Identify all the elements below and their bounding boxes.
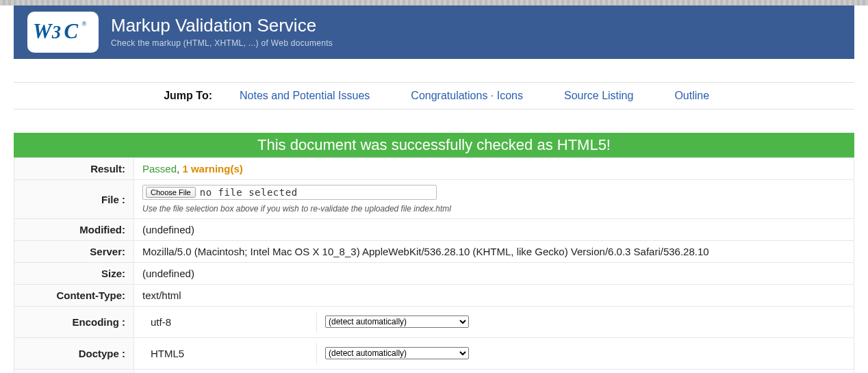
row-file: File : Choose File no file selected Use …: [14, 180, 854, 219]
modified-value: (undefined): [134, 219, 854, 241]
row-doctype: Doctype : HTML5 (detect automatically): [14, 338, 854, 370]
row-server: Server: Mozilla/5.0 (Macintosh; Intel Ma…: [14, 241, 854, 263]
row-encoding: Encoding : utf-8 (detect automatically): [14, 307, 854, 338]
page-subtitle: Check the markup (HTML, XHTML, ...) of W…: [111, 38, 333, 48]
size-value: (undefined): [134, 263, 854, 285]
doctype-select[interactable]: (detect automatically): [325, 347, 469, 359]
content-type-label: Content-Type:: [14, 285, 134, 307]
server-value: Mozilla/5.0 (Macintosh; Intel Mac OS X 1…: [134, 241, 854, 263]
encoding-value: utf-8: [142, 311, 317, 333]
window-top-strip: [0, 0, 868, 5]
jump-link-outline[interactable]: Outline: [674, 90, 709, 102]
w3c-logo-svg: W 3 C ®: [33, 17, 93, 47]
jump-link-source-listing[interactable]: Source Listing: [564, 90, 633, 102]
result-label: Result:: [14, 158, 134, 180]
file-hint: Use the file selection box above if you …: [142, 204, 845, 214]
jump-link-notes[interactable]: Notes and Potential Issues: [240, 90, 370, 102]
jump-link-congratulations[interactable]: Congratulations · Icons: [411, 90, 523, 102]
encoding-select[interactable]: (detect automatically): [325, 316, 469, 328]
doctype-value: HTML5: [142, 343, 317, 364]
choose-file-button[interactable]: Choose File: [146, 187, 196, 198]
w3c-logo: W 3 C ®: [27, 12, 99, 53]
file-input-wrapper[interactable]: Choose File no file selected: [142, 185, 437, 200]
svg-text:®: ®: [82, 21, 87, 27]
size-label: Size:: [14, 263, 134, 285]
svg-text:C: C: [64, 19, 78, 42]
root-element-value: html: [134, 370, 854, 374]
server-label: Server:: [14, 241, 134, 263]
jump-to-label: Jump To:: [14, 90, 240, 102]
success-banner: This document was successfully checked a…: [14, 133, 854, 157]
doctype-label: Doctype :: [14, 338, 134, 370]
results-table: Result: Passed, 1 warning(s) File : Choo…: [14, 157, 854, 373]
content-type-value: text/html: [134, 285, 854, 307]
result-warnings: 1 warning(s): [182, 163, 242, 175]
svg-text:3: 3: [51, 21, 61, 42]
result-passed: Passed: [142, 163, 177, 175]
file-label: File :: [14, 180, 134, 219]
row-modified: Modified: (undefined): [14, 219, 854, 241]
row-result: Result: Passed, 1 warning(s): [14, 158, 854, 180]
no-file-selected-text: no file selected: [200, 187, 298, 198]
root-element-label: Root Element:: [14, 370, 134, 374]
row-size: Size: (undefined): [14, 263, 854, 285]
row-content-type: Content-Type: text/html: [14, 285, 854, 307]
svg-text:W: W: [33, 19, 53, 42]
row-root-element: Root Element: html: [14, 370, 854, 374]
site-header: W 3 C ® Markup Validation Service Check …: [14, 5, 854, 59]
modified-label: Modified:: [14, 219, 134, 241]
jump-to-bar: Jump To: Notes and Potential Issues Cong…: [14, 82, 854, 110]
page-title: Markup Validation Service: [111, 16, 333, 36]
encoding-label: Encoding :: [14, 307, 134, 338]
